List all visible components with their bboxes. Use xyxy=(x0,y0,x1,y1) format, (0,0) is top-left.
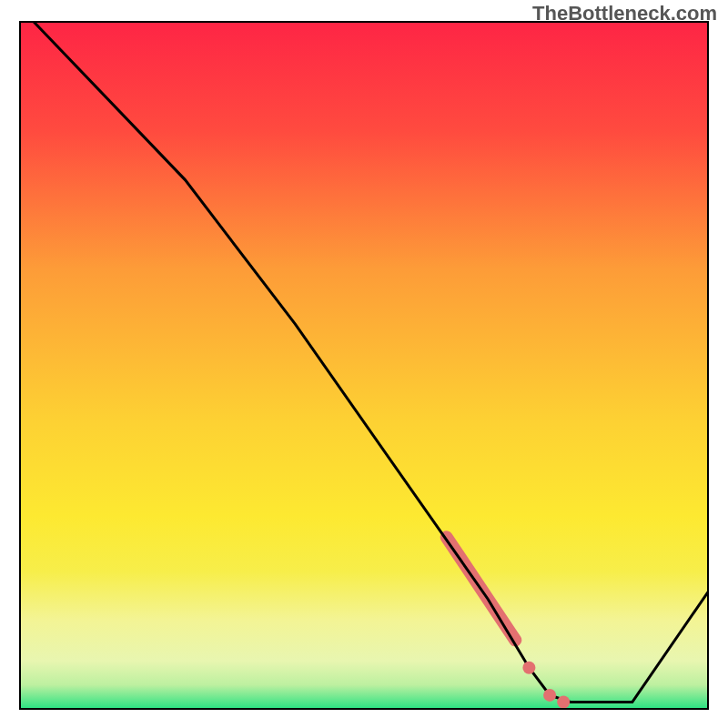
highlight-dot xyxy=(543,689,556,702)
highlight-dot xyxy=(557,696,570,709)
gradient-background xyxy=(20,22,708,709)
bottleneck-chart xyxy=(0,0,728,728)
highlight-dot xyxy=(522,662,535,674)
chart-container: TheBottleneck.com xyxy=(0,0,728,728)
